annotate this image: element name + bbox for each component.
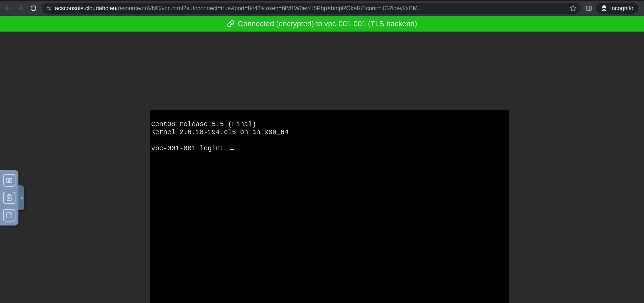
link-icon	[227, 20, 234, 27]
back-arrow-icon	[4, 5, 11, 11]
url-text: acsconsole.cloudabc.eu/resource/noVNC/vn…	[55, 5, 565, 12]
svg-point-5	[50, 9, 50, 10]
toolbar-right: Incognito	[586, 3, 638, 14]
console-line-os: CentOS release 5.5 (Final)	[151, 121, 256, 128]
forward-button[interactable]	[16, 4, 25, 13]
nav-button-group	[3, 4, 38, 13]
incognito-icon	[600, 5, 608, 12]
cursor-icon	[230, 149, 234, 150]
clipboard-icon	[6, 194, 13, 201]
console-login-prompt: vpc-001-001 login:	[151, 145, 228, 152]
forward-arrow-icon	[17, 5, 24, 11]
clipboard-button[interactable]	[3, 192, 16, 204]
svg-point-2	[48, 7, 48, 8]
fullscreen-icon	[6, 212, 13, 219]
side-panel-icon[interactable]	[586, 5, 592, 11]
novnc-panel: A	[0, 170, 18, 226]
tune-icon	[46, 5, 52, 11]
show-keyboard-button[interactable]: A	[3, 174, 16, 187]
svg-rect-9	[586, 6, 591, 10]
console-line-kernel: Kernel 2.6.18-194.el5 on an x86_64	[151, 129, 288, 136]
novnc-toolbar-handle[interactable]	[18, 185, 24, 210]
novnc-toolbar: A	[0, 170, 24, 226]
fullscreen-button[interactable]	[3, 209, 16, 222]
bookmark-star-icon[interactable]	[570, 5, 577, 12]
incognito-badge[interactable]: Incognito	[596, 3, 638, 14]
url-domain: acsconsole.cloudabc.eu	[55, 5, 116, 11]
reload-icon	[30, 5, 37, 11]
url-path: /resource/noVNC/vnc.html?autoconnect=tru…	[116, 5, 424, 11]
console-output: CentOS release 5.5 (Final) Kernel 2.6.18…	[151, 120, 507, 153]
reload-button[interactable]	[29, 4, 38, 13]
svg-point-11	[602, 9, 604, 10]
connection-status-banner: Connected (encrypted) to vpc-001-001 (TL…	[0, 16, 644, 32]
browser-toolbar: acsconsole.cloudabc.eu/resource/noVNC/vn…	[0, 0, 644, 16]
site-info-button[interactable]	[46, 5, 52, 11]
svg-rect-20	[7, 213, 12, 218]
status-message: Connected (encrypted) to vpc-001-001 (TL…	[238, 19, 417, 28]
svg-marker-8	[570, 5, 576, 11]
svg-point-12	[604, 9, 606, 10]
page-content: Connected (encrypted) to vpc-001-001 (TL…	[0, 16, 644, 303]
vnc-console[interactable]: CentOS release 5.5 (Final) Kernel 2.6.18…	[150, 110, 509, 303]
address-bar[interactable]: acsconsole.cloudabc.eu/resource/noVNC/vn…	[42, 3, 581, 14]
address-actions	[570, 5, 577, 12]
back-button[interactable]	[3, 4, 12, 13]
keyboard-icon: A	[6, 177, 13, 184]
svg-text:A: A	[8, 179, 10, 182]
incognito-label: Incognito	[610, 5, 633, 12]
